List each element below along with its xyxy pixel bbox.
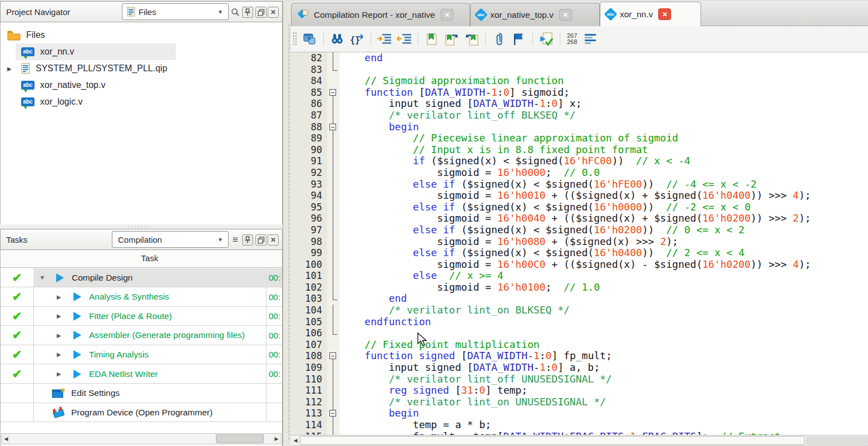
pin-icon[interactable]: [242, 234, 253, 246]
expander-icon[interactable]: ▼: [40, 275, 45, 281]
check-syntax-icon[interactable]: [538, 31, 555, 47]
expander-icon[interactable]: ▶: [57, 332, 61, 339]
files-doc-icon: [127, 7, 135, 17]
tasks-table: Task ✔▼Compile Design00:✔▶Analysis & Syn…: [0, 250, 283, 446]
float-window-icon[interactable]: [255, 7, 267, 18]
play-icon[interactable]: [73, 312, 81, 321]
float-window-icon[interactable]: [255, 234, 267, 246]
fold-collapse-icon[interactable]: [329, 124, 336, 130]
task-row-compile-design[interactable]: ✔▼Compile Design00:: [1, 268, 282, 287]
tab-close-icon[interactable]: ✕: [559, 9, 572, 21]
tree-item-xor-native-top-v[interactable]: abcxor_native_top.v: [1, 77, 282, 94]
tree-item-files[interactable]: Files: [1, 27, 282, 43]
expander-icon[interactable]: ▶: [7, 66, 12, 72]
tasks-panel: Tasks Compilation ▼ ≡ ✕ Task ✔▼Compile D…: [0, 229, 283, 446]
status-check-icon: ✔: [1, 271, 33, 285]
replace-icon[interactable]: {}: [349, 31, 366, 47]
fold-margin[interactable]: [327, 408, 339, 419]
scrollbar-thumb[interactable]: [300, 436, 805, 445]
indent-increase-icon[interactable]: [376, 31, 393, 47]
play-icon[interactable]: [73, 292, 81, 301]
editor-toolbar: {}267268: [291, 26, 868, 52]
code-line-99: 99 else if ($signed(x) < $signed(16'h040…: [291, 247, 868, 259]
code-line-92: 92 sigmoid = 16'h0000; // 0.0: [291, 167, 868, 179]
play-icon[interactable]: [73, 350, 81, 359]
bookmark-toggle-icon[interactable]: [423, 31, 440, 47]
scroll-right-arrow[interactable]: ▶: [272, 434, 281, 444]
tree-item-xor-nn-v[interactable]: abcxor_nn.v: [1, 43, 282, 60]
line-number: 94: [291, 190, 327, 202]
tab-close-icon[interactable]: ✕: [658, 8, 671, 20]
fold-margin: [327, 431, 339, 435]
task-row-edit-settings[interactable]: Edit Settings: [1, 384, 282, 403]
tree-item-system-pll-system-pll-qip[interactable]: ▶SYSTEM_PLL/SYSTEM_PLL.qip: [1, 60, 282, 77]
align-bars-icon[interactable]: [582, 31, 599, 47]
editor-tab-xor-native-top-v[interactable]: abcxor_native_top.v✕: [470, 3, 600, 26]
scroll-left-arrow[interactable]: ◀: [2, 434, 11, 444]
play-icon[interactable]: [56, 273, 64, 282]
settings-icon: [52, 388, 65, 399]
close-panel-icon[interactable]: ✕: [268, 7, 279, 18]
play-icon[interactable]: [73, 370, 81, 379]
task-row-eda-netlist-writer[interactable]: ✔▶EDA Netlist Writer00:: [1, 365, 282, 384]
fold-margin: [327, 64, 339, 76]
line-number: 105: [291, 316, 327, 328]
flag-icon[interactable]: [511, 31, 527, 47]
code-text: begin: [341, 121, 419, 133]
tree-item-xor-logic-v[interactable]: abcxor_logic.v: [1, 94, 282, 110]
bookmark-previous-icon[interactable]: [463, 31, 480, 47]
close-panel-icon[interactable]: ✕: [268, 234, 279, 246]
scrollbar-track[interactable]: [806, 436, 868, 445]
pin-icon[interactable]: [242, 7, 253, 18]
navigator-filter-combobox[interactable]: Files ▼: [122, 3, 229, 20]
task-row-program-device-open-programmer-[interactable]: Program Device (Open Programmer): [1, 403, 282, 422]
fold-margin: [327, 396, 339, 408]
tasks-flow-combobox[interactable]: Compilation ▼: [112, 231, 229, 248]
line-number: 100: [291, 259, 327, 271]
task-row-fitter-place-route-[interactable]: ✔▶Fitter (Place & Route)00:: [1, 307, 282, 326]
fold-collapse-icon[interactable]: [329, 410, 336, 416]
play-icon[interactable]: [73, 331, 81, 340]
horizontal-splitter[interactable]: [0, 224, 283, 229]
indent-decrease-icon[interactable]: [396, 31, 413, 47]
line-number: 99: [291, 247, 327, 259]
attach-icon[interactable]: [491, 31, 507, 47]
fold-margin[interactable]: [327, 121, 339, 133]
menu-icon[interactable]: ≡: [230, 234, 241, 246]
fold-margin[interactable]: [327, 350, 339, 362]
task-row-analysis-synthesis[interactable]: ✔▶Analysis & Synthesis00:: [1, 288, 282, 307]
verilog-icon: abc: [21, 97, 34, 106]
search-icon[interactable]: [230, 7, 241, 18]
code-line-86: 86 input signed [DATA_WIDTH-1:0] x;: [291, 98, 868, 110]
tree-item-label: xor_native_top.v: [40, 80, 105, 90]
toolbar-grip[interactable]: [293, 32, 297, 46]
editor-tab-compilation-report-xor-native[interactable]: Compilation Report - xor_native✕: [291, 3, 470, 26]
fold-collapse-icon[interactable]: [329, 352, 336, 359]
code-editor[interactable]: 82 end8384 // Sigmoid approximation func…: [291, 52, 868, 435]
code-line-97: 97 else if ($signed(x) < $signed(16'h020…: [291, 224, 868, 236]
fullscreen-icon[interactable]: [302, 31, 318, 47]
editor-horizontal-scrollbar[interactable]: ◀: [291, 435, 868, 446]
task-row-assembler-generate-programming-files-[interactable]: ✔▶Assembler (Generate programming files)…: [1, 326, 282, 345]
fold-margin: [327, 316, 339, 328]
tasks-horizontal-scrollbar[interactable]: ◀ ▶: [1, 433, 282, 444]
scrollbar-thumb[interactable]: [216, 434, 264, 443]
expander-icon[interactable]: ▶: [57, 351, 61, 357]
expander-icon[interactable]: ▶: [57, 371, 61, 377]
fold-margin: [327, 52, 339, 64]
fold-collapse-icon[interactable]: [329, 89, 336, 96]
scroll-left-arrow[interactable]: ◀: [291, 435, 300, 445]
tab-close-icon[interactable]: ✕: [441, 9, 453, 21]
expander-icon[interactable]: ▶: [57, 313, 61, 319]
vertical-splitter[interactable]: [283, 1, 291, 446]
code-line-83: 83: [291, 64, 868, 76]
find-icon[interactable]: [329, 31, 346, 47]
code-text: else if ($signed(x) < $signed(16'h0200))…: [341, 224, 744, 236]
expander-icon[interactable]: ▶: [57, 294, 61, 300]
task-row-timing-analysis[interactable]: ✔▶Timing Analysis00:: [1, 345, 282, 364]
line-number: 85: [291, 87, 327, 99]
editor-tab-xor-nn-v[interactable]: abcxor_nn.v✕: [600, 2, 701, 26]
toolbar-separator: [532, 32, 533, 46]
bookmark-next-icon[interactable]: [443, 31, 460, 47]
fold-margin[interactable]: [327, 87, 339, 99]
